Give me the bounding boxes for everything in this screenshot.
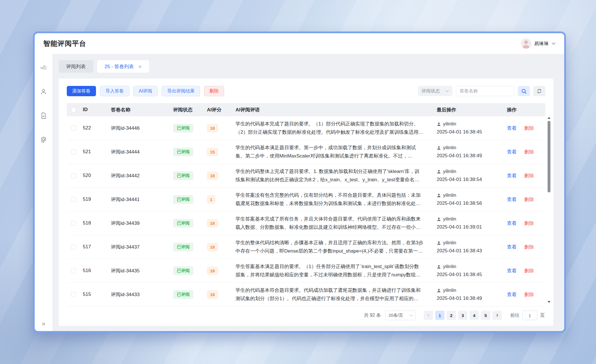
user-menu[interactable]: 易琳琳 bbox=[521, 38, 556, 49]
row-timestamp: 2025-04-01 16:38:49 bbox=[437, 296, 504, 301]
sidebar-collapse-button[interactable]: » bbox=[35, 320, 52, 328]
status-badge: 已评阅 bbox=[173, 124, 193, 133]
sidebar-item-users[interactable] bbox=[38, 86, 49, 97]
row-checkbox[interactable] bbox=[71, 245, 76, 249]
header-status: 评阅状态 bbox=[173, 107, 207, 113]
tab-bar: 评阅列表 25 - 答卷列表 × bbox=[59, 60, 553, 73]
import-answer-button[interactable]: 导入答卷 bbox=[100, 86, 129, 96]
goto-suffix: 页 bbox=[540, 312, 545, 318]
search-button[interactable] bbox=[518, 86, 530, 96]
header-last-op: 最后操作 bbox=[437, 107, 507, 113]
delete-link[interactable]: 删除 bbox=[524, 173, 534, 178]
status-badge: 已评阅 bbox=[173, 290, 193, 299]
view-link[interactable]: 查看 bbox=[507, 197, 517, 202]
person-icon bbox=[437, 170, 441, 174]
row-checkbox[interactable] bbox=[71, 149, 76, 154]
row-checkbox[interactable] bbox=[71, 268, 76, 273]
scroll-down-icon[interactable] bbox=[548, 301, 550, 303]
goto-page-input[interactable] bbox=[522, 310, 537, 320]
row-name: 评阅id-34441 bbox=[111, 196, 173, 203]
delete-link[interactable]: 删除 bbox=[524, 268, 534, 274]
pagination: 共 92 条 20条/页 ‹ 1 2 3 4 5 › 前往 bbox=[67, 304, 545, 326]
add-answer-button[interactable]: 添加答卷 bbox=[67, 86, 96, 96]
header-comment: AI评阅评语 bbox=[236, 107, 437, 113]
delete-link[interactable]: 删除 bbox=[524, 244, 534, 250]
table-row: 515 评阅id-34433 已评阅 18 学生的代码基本符合题目要求。代码成功… bbox=[67, 283, 545, 306]
refresh-button[interactable] bbox=[533, 86, 545, 96]
view-link[interactable]: 查看 bbox=[507, 292, 517, 297]
row-checkbox[interactable] bbox=[71, 126, 76, 131]
view-link[interactable]: 查看 bbox=[507, 149, 517, 155]
view-link[interactable]: 查看 bbox=[507, 268, 517, 274]
select-all-checkbox[interactable] bbox=[71, 107, 76, 112]
delete-link[interactable]: 删除 bbox=[524, 149, 534, 155]
row-checkbox[interactable] bbox=[71, 197, 76, 202]
page-button-5[interactable]: 5 bbox=[481, 311, 490, 320]
view-link[interactable]: 查看 bbox=[507, 173, 517, 178]
row-id: 516 bbox=[83, 268, 111, 274]
row-operator: yilinlin bbox=[443, 192, 456, 198]
prev-page-button[interactable]: ‹ bbox=[424, 311, 433, 320]
app-window: 智能评阅平台 易琳琳 bbox=[33, 32, 566, 333]
row-id: 515 bbox=[83, 292, 111, 297]
row-operator: yilinlin bbox=[443, 288, 456, 293]
scrollbar-thumb[interactable] bbox=[548, 121, 550, 192]
page-button-4[interactable]: 4 bbox=[470, 311, 479, 320]
tab-answer-sheet-list[interactable]: 25 - 答卷列表 × bbox=[97, 60, 149, 73]
page-size-select[interactable]: 20条/页 bbox=[385, 310, 416, 320]
status-badge: 已评阅 bbox=[173, 243, 193, 251]
row-comment: 学生的整体代码结构清晰，步骤基本正确，并且适用了正确的库和方法。然而，在第3步中… bbox=[236, 239, 424, 255]
score-badge: 18 bbox=[207, 219, 218, 227]
delete-link[interactable]: 删除 bbox=[524, 221, 534, 226]
sidebar-item-review-list[interactable] bbox=[38, 62, 49, 73]
review-status-select[interactable]: 评阅状态 bbox=[418, 86, 452, 96]
chevron-down-icon bbox=[409, 314, 413, 316]
view-link[interactable]: 查看 bbox=[507, 244, 517, 250]
table-row: 518 评阅id-34439 已评阅 18 学生答案基本完成了所有任务，并且大体… bbox=[67, 211, 545, 235]
checklist-icon bbox=[40, 64, 47, 71]
view-link[interactable]: 查看 bbox=[507, 221, 517, 226]
page-button-3[interactable]: 3 bbox=[458, 311, 467, 320]
tab-review-list[interactable]: 评阅列表 bbox=[59, 60, 93, 73]
sidebar-item-settings[interactable] bbox=[38, 135, 49, 145]
score-badge: 18 bbox=[207, 243, 218, 251]
review-status-select-placeholder: 评阅状态 bbox=[421, 88, 440, 94]
scroll-up-icon[interactable] bbox=[548, 117, 550, 119]
search-input[interactable] bbox=[456, 86, 514, 96]
delete-link[interactable]: 删除 bbox=[524, 197, 534, 202]
row-name: 评阅id-34435 bbox=[111, 267, 173, 274]
page-button-2[interactable]: 2 bbox=[447, 311, 456, 320]
row-operator: yilinlin bbox=[443, 216, 456, 222]
page-button-1[interactable]: 1 bbox=[435, 311, 444, 320]
delete-link[interactable]: 删除 bbox=[524, 292, 534, 297]
row-id: 521 bbox=[83, 149, 111, 155]
row-comment: 学生的代码整体上完成了题目要求。1. 数据集的加载和划分正确使用了'sklear… bbox=[236, 167, 424, 184]
view-link[interactable]: 查看 bbox=[507, 125, 517, 131]
row-operator: yilinlin bbox=[443, 121, 456, 127]
table-row: 517 评阅id-34437 已评阅 18 学生的整体代码结构清晰，步骤基本正确… bbox=[67, 235, 545, 259]
user-name: 易琳琳 bbox=[534, 40, 549, 47]
table-row: 521 评阅id-34444 已评阅 15 学生的代码基本满足题目要求。第一步中… bbox=[67, 140, 545, 164]
row-timestamp: 2025-04-01 16:38:45 bbox=[437, 272, 504, 278]
row-name: 评阅id-34444 bbox=[111, 149, 173, 155]
next-page-button[interactable]: › bbox=[493, 311, 502, 320]
row-operator: yilinlin bbox=[443, 169, 456, 174]
row-operator: yilinlin bbox=[443, 264, 456, 269]
sidebar-item-papers[interactable] bbox=[38, 111, 49, 121]
row-checkbox[interactable] bbox=[71, 221, 76, 226]
filter-group: 评阅状态 bbox=[418, 86, 545, 96]
gear-icon bbox=[40, 136, 47, 143]
header-id: ID bbox=[83, 107, 111, 113]
export-results-button[interactable]: 导出评阅结果 bbox=[162, 86, 200, 96]
delete-link[interactable]: 删除 bbox=[524, 125, 534, 131]
row-checkbox[interactable] bbox=[71, 173, 76, 178]
delete-button[interactable]: 删除 bbox=[204, 86, 224, 96]
person-icon bbox=[437, 288, 441, 293]
page-size-value: 20条/页 bbox=[389, 313, 403, 318]
row-comment: 学生的代码基本完成了题目的要求。（1）部分代码正确实现了数据集的加载和切分。（2… bbox=[236, 120, 424, 136]
ai-review-button[interactable]: AI评阅 bbox=[133, 86, 158, 96]
row-id: 519 bbox=[83, 196, 111, 202]
row-checkbox[interactable] bbox=[71, 292, 76, 297]
document-check-icon bbox=[40, 112, 47, 119]
close-icon[interactable]: × bbox=[138, 64, 142, 69]
